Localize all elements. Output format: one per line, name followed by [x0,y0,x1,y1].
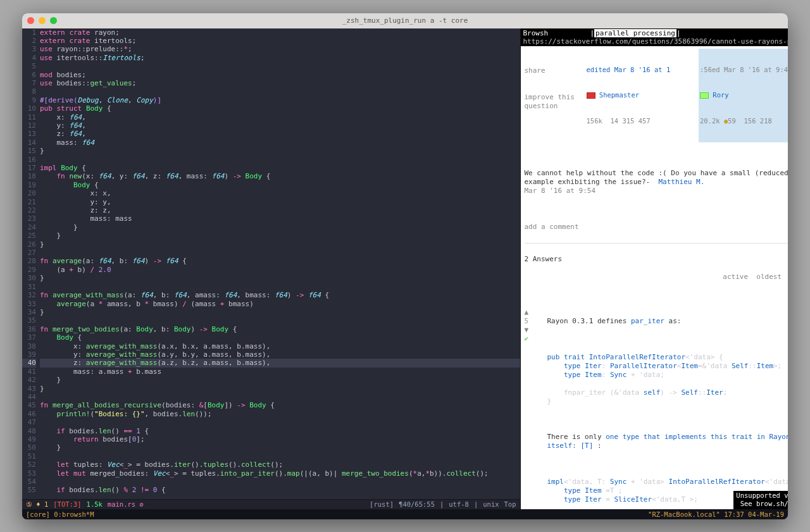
tmux-statusbar: [core] 0:browsh*M "RZ-MacBook.local" 17:… [22,509,788,519]
status-encoding: utf-8 [449,500,469,508]
terminal-body: 1234567891011121314151617181920212223242… [22,28,788,509]
status-lang: [rust] [370,500,394,508]
browser-pane[interactable]: Browsh |parallel processing| https://sta… [520,28,788,509]
comment: We cannot help without the code :( Do yo… [525,169,788,195]
status-scroll: Top [504,500,516,508]
vote-score: 5 [525,317,529,325]
code-area[interactable]: 1234567891011121314151617181920212223242… [22,28,520,499]
terminal-window: _zsh_tmux_plugin_run a -t core 123456789… [22,13,788,519]
browser-search-input[interactable]: parallel processing [594,29,676,38]
user-link[interactable]: Rory [713,91,728,99]
browser-app-name: Browsh [523,29,549,37]
status-cursor: ¶40/65:55 [399,500,435,508]
vote-controls[interactable]: ▲5▼✔ [525,308,544,509]
improve-link[interactable]: improve this question [525,93,582,111]
line-number-gutter: 1234567891011121314151617181920212223242… [22,28,40,499]
tmux-left: [core] 0:browsh*M [26,510,94,518]
asked-label: :56ed Mar 8 '16 at 9:48 [700,66,788,74]
code-block: pub trait IntoParallelRefIterator<'data>… [547,353,788,406]
answers-header: 2 Answers [525,255,788,264]
avatar-icon [587,92,595,99]
browser-body[interactable]: share improve this question edited Mar 8… [521,46,788,509]
comment-author[interactable]: Matthieu M. [658,178,704,186]
status-filename: main.rs ⊘ [108,500,144,508]
status-segment: ⑤ ♦ 1 [26,500,48,508]
status-lineend: unix [483,500,499,508]
unsupported-banner: Unsupported version See brow.sh/donate [733,491,788,509]
status-segment: 1.5k [87,500,103,508]
status-sep: | [440,500,444,508]
editor-statusbar: ⑤ ♦ 1 [TOT:3] 1.5k main.rs ⊘ [rust] ¶40/… [22,499,520,509]
browser-header: Browsh |parallel processing| https://sta… [521,28,788,47]
tmux-right: "RZ-MacBook.local" 17:37 04-Mar-19 [648,510,784,518]
sort-active[interactable]: active [723,273,748,281]
share-link[interactable]: share [525,66,582,75]
code-content[interactable]: extern crate rayon;extern crate itertool… [40,28,520,499]
window-title: _zsh_tmux_plugin_run a -t core [22,16,788,25]
avatar-icon [700,92,709,99]
status-segment: [TOT:3] [53,500,81,508]
editor-pane[interactable]: 1234567891011121314151617181920212223242… [22,28,520,509]
user-link[interactable]: Shepmaster [599,91,639,99]
edited-label: edited Mar 8 '16 at 1 [587,66,696,74]
browser-url[interactable]: https://stackoverflow.com/questions/3586… [523,37,788,46]
sort-oldest[interactable]: oldest [756,273,782,281]
status-sep: | [474,500,478,508]
titlebar[interactable]: _zsh_tmux_plugin_run a -t core [22,13,788,28]
add-comment-link[interactable]: add a comment [525,223,788,232]
